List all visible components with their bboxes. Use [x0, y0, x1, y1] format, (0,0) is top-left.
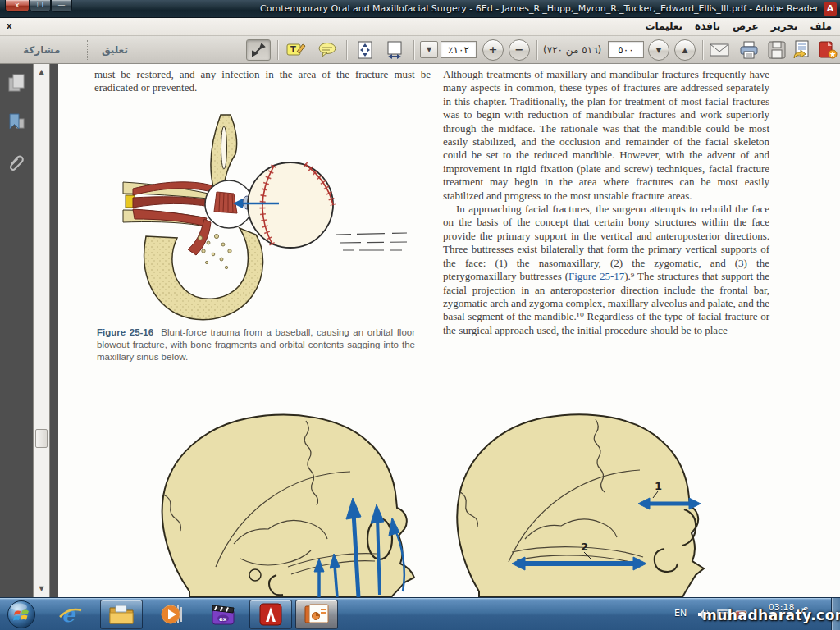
taskbar-button-powerpoint[interactable]: [295, 600, 338, 629]
folder-icon: [108, 603, 135, 626]
fit-width-button[interactable]: [382, 39, 407, 61]
printer-icon: [739, 41, 759, 59]
vertical-scrollbar[interactable]: ▲ ▼: [33, 64, 50, 597]
zoom-in-button[interactable]: +: [482, 39, 504, 61]
svg-text:T: T: [290, 45, 296, 54]
envelope-icon: [710, 43, 729, 57]
navigation-sidebar: [0, 64, 33, 597]
save-button[interactable]: [765, 39, 789, 61]
create-pdf-button[interactable]: [815, 39, 840, 61]
scroll-down-arrow[interactable]: ▼: [34, 582, 49, 596]
watermark: muhadharaty.com: [702, 607, 840, 623]
windows-start-orb-icon: [7, 600, 36, 629]
title-bar: x ❐ — Comtemporary Oral and Maxillofacia…: [0, 0, 840, 18]
create-pdf-icon: [818, 40, 838, 60]
internet-explorer-icon: e: [58, 602, 83, 627]
adobe-reader-icon: A: [824, 2, 837, 16]
menu-view[interactable]: عرض: [733, 21, 759, 32]
figure-caption-label: Figure 25-16: [97, 327, 153, 337]
zoom-out-button[interactable]: −: [509, 39, 530, 61]
language-indicator[interactable]: EN: [674, 608, 687, 619]
highlighter-icon: T: [286, 42, 306, 58]
taskbar-button-internet-explorer[interactable]: e: [49, 600, 92, 629]
buttress-label-1: 1: [655, 480, 662, 492]
zoom-dropdown[interactable]: ▼: [420, 41, 438, 58]
figure-25-17-link[interactable]: Figure 25-17: [568, 270, 624, 282]
separator: [87, 40, 88, 60]
desktop: x ❐ — Comtemporary Oral and Maxillofacia…: [0, 0, 840, 630]
paragraph-1: Although treatments of maxillary and man…: [443, 68, 769, 203]
paragraph-2: In approaching facial fractures, the sur…: [443, 203, 769, 337]
page-thumbnails-button[interactable]: [6, 72, 27, 94]
scroll-up-arrow[interactable]: ▲: [34, 65, 49, 79]
buttress-label-2: 2: [581, 541, 588, 553]
export-document-button[interactable]: [789, 39, 814, 61]
figure-caption: Figure 25-16 Blunt-force trauma from a b…: [97, 326, 415, 363]
clapperboard-icon: ex: [211, 602, 235, 627]
fit-page-button[interactable]: [353, 39, 377, 61]
adobe-reader-taskbar-icon: [258, 602, 283, 627]
taskbar-button-media-player[interactable]: [151, 600, 194, 629]
window-controls: x ❐ —: [5, 0, 72, 12]
highlight-text-button[interactable]: T: [284, 39, 308, 61]
comment-button[interactable]: تعليق: [102, 44, 128, 56]
menubar-close-icon[interactable]: x: [7, 21, 11, 30]
reading-mode-button[interactable]: [246, 39, 271, 61]
restore-button[interactable]: ❐: [30, 0, 51, 12]
floppy-disk-icon: [768, 41, 786, 59]
next-page-button[interactable]: ▼: [648, 39, 669, 61]
start-button[interactable]: [2, 600, 40, 629]
left-column-text: must be restored, and any infection in t…: [94, 68, 431, 95]
previous-page-button[interactable]: ▲: [674, 39, 696, 61]
share-button[interactable]: مشاركة: [23, 44, 60, 56]
comment-bubble-icon: [317, 42, 337, 58]
skull-figure-right: 1 2: [443, 406, 714, 597]
minimize-button[interactable]: —: [51, 0, 72, 12]
window-title: Comtemporary Oral and Maxillofacial Surg…: [260, 3, 819, 14]
print-button[interactable]: [737, 39, 761, 61]
menu-file[interactable]: ملف: [810, 21, 832, 32]
taskbar-button-adobe-reader[interactable]: [249, 600, 292, 629]
close-button[interactable]: x: [5, 0, 30, 12]
attachments-button[interactable]: [6, 153, 27, 174]
bookmark-icon: [7, 112, 26, 132]
menu-window[interactable]: نافذة: [695, 21, 720, 32]
page-number-input[interactable]: [608, 41, 644, 58]
email-button[interactable]: [707, 39, 732, 61]
document-gutter: [50, 64, 58, 597]
expand-arrows-icon: [251, 43, 266, 57]
skull-figure-left: [144, 406, 422, 597]
right-column-text: Although treatments of maxillary and man…: [443, 68, 769, 337]
svg-text:ex: ex: [219, 616, 227, 623]
fit-page-icon: [357, 41, 373, 59]
menu-bar: x ملف تحرير عرض نافذة تعليمات: [0, 18, 840, 36]
paperclip-icon: [7, 153, 26, 173]
figure-25-16-illustration: [121, 113, 409, 322]
sticky-note-button[interactable]: [315, 39, 340, 61]
page-count-label: (٥١٦ من ٧٢٠): [543, 44, 601, 56]
scrollbar-thumb[interactable]: [35, 429, 48, 448]
toolbar: مشاركة تعليق T: [0, 36, 840, 64]
fit-width-icon: [386, 41, 403, 59]
menu-edit[interactable]: تحرير: [771, 21, 798, 32]
menu-help[interactable]: تعليمات: [645, 21, 682, 32]
pdf-page: must be restored, and any infection in t…: [58, 64, 840, 597]
zoom-input[interactable]: [441, 41, 477, 58]
menu-items: ملف تحرير عرض نافذة تعليمات: [645, 21, 832, 32]
taskbar-button-explorer[interactable]: [100, 600, 143, 629]
powerpoint-icon: [304, 603, 330, 626]
document-export-icon: [792, 40, 811, 60]
taskbar-button-video-player[interactable]: ex: [202, 600, 244, 629]
media-player-icon: [160, 602, 185, 627]
bookmarks-button[interactable]: [6, 112, 27, 133]
pages-icon: [7, 73, 25, 93]
